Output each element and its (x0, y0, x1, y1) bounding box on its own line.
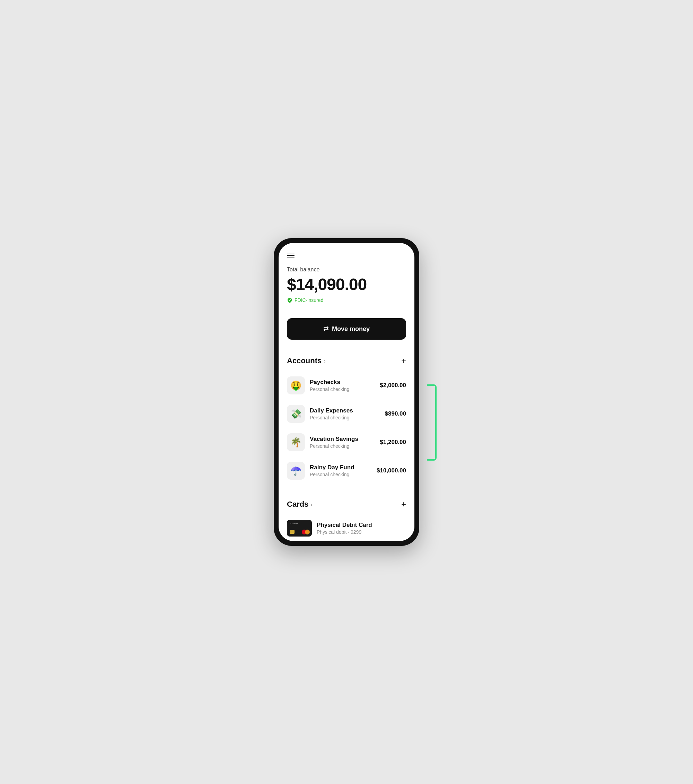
account-emoji-rainy: ☂️ (287, 462, 305, 480)
accounts-title-wrap[interactable]: Accounts › (287, 356, 326, 365)
cards-add-button[interactable]: + (401, 500, 406, 509)
balance-label: Total balance (287, 267, 406, 273)
fdic-badge: FDIC-insured (287, 297, 406, 303)
account-info-vacation: Vacation Savings Personal checking (310, 436, 375, 449)
account-balance-daily: $890.00 (385, 410, 406, 417)
card-chip-physical (290, 530, 295, 534)
phone-screen: Total balance $14,090.00 FDIC-insured ⇄ … (278, 243, 415, 541)
cards-section: Cards › + ≡ UNIFI (278, 490, 415, 541)
account-name-paychecks: Paychecks (310, 379, 375, 386)
phone-shell: Total balance $14,090.00 FDIC-insured ⇄ … (274, 238, 419, 546)
shield-icon (287, 297, 293, 303)
account-name-vacation: Vacation Savings (310, 436, 375, 443)
account-list: 🤑 Paychecks Personal checking $2,000.00 … (287, 372, 406, 484)
move-money-label: Move money (332, 326, 370, 333)
account-item[interactable]: 🤑 Paychecks Personal checking $2,000.00 (287, 372, 406, 399)
physical-card-image: ≡ UNIFI (287, 520, 312, 537)
card-name-physical: Physical Debit Card (317, 522, 406, 529)
green-bracket (427, 384, 436, 461)
accounts-add-button[interactable]: + (401, 357, 406, 365)
accounts-header: Accounts › + (287, 356, 406, 365)
account-item[interactable]: ☂️ Rainy Day Fund Personal checking $10,… (287, 457, 406, 484)
account-emoji-vacation: 🌴 (287, 433, 305, 451)
cards-title-wrap[interactable]: Cards › (287, 500, 313, 509)
account-item[interactable]: 🌴 Vacation Savings Personal checking $1,… (287, 428, 406, 456)
fdic-text: FDIC-insured (295, 297, 323, 303)
mastercard-logo-physical (302, 530, 310, 534)
account-info-rainy: Rainy Day Fund Personal checking (310, 464, 372, 477)
cards-header: Cards › + (287, 500, 406, 509)
card-list: ≡ UNIFI Physical Debit Card Physical deb… (287, 515, 406, 541)
header (278, 243, 415, 264)
card-brand-physical: ≡ UNIFI (290, 522, 298, 524)
account-emoji-paychecks: 🤑 (287, 376, 305, 394)
account-type-paychecks: Personal checking (310, 387, 375, 392)
card-info-physical: Physical Debit Card Physical debit · 929… (317, 522, 406, 535)
account-emoji-daily: 💸 (287, 405, 305, 423)
account-info-paychecks: Paychecks Personal checking (310, 379, 375, 392)
accounts-section: Accounts › + 🤑 Paychecks Personal checki… (278, 347, 415, 484)
account-type-vacation: Personal checking (310, 443, 375, 449)
cards-chevron-icon: › (311, 502, 312, 508)
phone-content[interactable]: Total balance $14,090.00 FDIC-insured ⇄ … (278, 243, 415, 541)
account-item[interactable]: 💸 Daily Expenses Personal checking $890.… (287, 400, 406, 428)
account-name-daily: Daily Expenses (310, 407, 380, 414)
accounts-chevron-icon: › (324, 358, 325, 364)
balance-section: Total balance $14,090.00 FDIC-insured (278, 264, 415, 311)
account-balance-paychecks: $2,000.00 (380, 382, 406, 389)
account-balance-vacation: $1,200.00 (380, 439, 406, 446)
account-type-daily: Personal checking (310, 415, 380, 420)
balance-amount: $14,090.00 (287, 275, 406, 294)
scene: Total balance $14,090.00 FDIC-insured ⇄ … (260, 238, 433, 546)
card-item-physical[interactable]: ≡ UNIFI Physical Debit Card Physical deb… (287, 515, 406, 541)
card-detail-physical: Physical debit · 9299 (317, 529, 406, 535)
cards-title: Cards (287, 500, 308, 509)
arrows-icon: ⇄ (323, 325, 329, 333)
account-info-daily: Daily Expenses Personal checking (310, 407, 380, 420)
accounts-title: Accounts (287, 356, 321, 365)
move-money-button[interactable]: ⇄ Move money (287, 318, 406, 340)
account-name-rainy: Rainy Day Fund (310, 464, 372, 471)
menu-button[interactable] (287, 253, 295, 258)
account-balance-rainy: $10,000.00 (377, 467, 406, 474)
account-type-rainy: Personal checking (310, 472, 372, 477)
